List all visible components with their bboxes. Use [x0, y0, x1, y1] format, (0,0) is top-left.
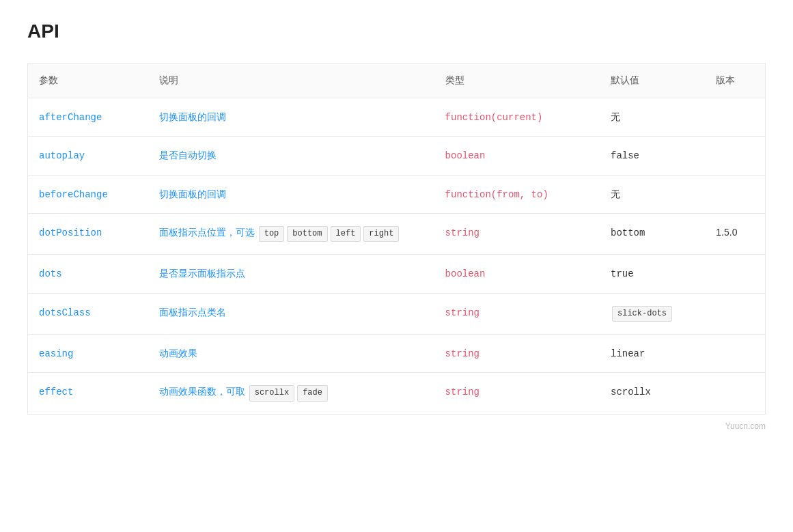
desc-tag: left [331, 226, 361, 242]
table-row: autoplay是否自动切换booleanfalse [28, 137, 766, 175]
header-version: 版本 [705, 64, 765, 98]
cell-param: effect [28, 373, 148, 414]
cell-version [705, 98, 765, 137]
cell-desc: 面板指示点类名 [148, 293, 434, 334]
cell-version [705, 255, 765, 293]
default-tag: slick-dots [612, 306, 672, 322]
table-row: easing动画效果stringlinear [28, 334, 766, 372]
type-text: string [445, 227, 479, 238]
cell-default: 无 [600, 175, 705, 213]
cell-type: string [434, 373, 600, 414]
cell-type: string [434, 293, 600, 334]
cell-param: dotsClass [28, 293, 148, 334]
desc-tag: right [363, 226, 399, 242]
cell-type: boolean [434, 255, 600, 293]
cell-desc: 动画效果 [148, 334, 434, 372]
table-row: beforeChange切换面板的回调function(from, to)无 [28, 175, 766, 213]
type-text: boolean [445, 268, 486, 279]
type-text: boolean [445, 150, 486, 161]
watermark: Yuucn.com [27, 421, 766, 431]
desc-text: 切换面板的回调 [159, 188, 226, 199]
table-header-row: 参数 说明 类型 默认值 版本 [28, 64, 766, 98]
cell-desc: 面板指示点位置，可选 topbottomleftright [148, 214, 434, 255]
cell-desc: 是否自动切换 [148, 137, 434, 175]
page-title: API [27, 20, 766, 42]
desc-tag: bottom [287, 226, 327, 242]
default-text: scrollx [611, 387, 651, 397]
table-row: dots是否显示面板指示点booleantrue [28, 255, 766, 293]
param-name: autoplay [39, 150, 85, 161]
cell-default: linear [600, 334, 705, 372]
default-text: true [611, 268, 634, 279]
table-row: afterChange切换面板的回调function(current)无 [28, 98, 766, 137]
cell-version [705, 137, 765, 175]
type-text: string [445, 387, 479, 397]
cell-type: function(current) [434, 98, 600, 137]
table-row: dotsClass面板指示点类名stringslick-dots [28, 293, 766, 334]
param-name: dots [39, 268, 62, 279]
desc-tag: fade [297, 385, 328, 401]
default-text: 无 [611, 112, 620, 123]
cell-type: boolean [434, 137, 600, 175]
default-text: bottom [611, 227, 645, 238]
cell-version: 1.5.0 [705, 214, 765, 255]
param-name: afterChange [39, 112, 102, 123]
cell-default: scrollx [600, 373, 705, 414]
api-table: 参数 说明 类型 默认值 版本 afterChange切换面板的回调functi… [27, 63, 766, 415]
cell-default: false [600, 137, 705, 175]
header-type: 类型 [434, 64, 600, 98]
desc-text: 动画效果 [159, 348, 197, 359]
cell-type: string [434, 334, 600, 372]
cell-param: beforeChange [28, 175, 148, 213]
table-row: effect动画效果函数，可取 scrollxfadestringscrollx [28, 373, 766, 414]
cell-param: dots [28, 255, 148, 293]
cell-desc: 动画效果函数，可取 scrollxfade [148, 373, 434, 414]
desc-tag: top [259, 226, 285, 242]
cell-param: autoplay [28, 137, 148, 175]
header-default: 默认值 [600, 64, 705, 98]
cell-desc: 切换面板的回调 [148, 98, 434, 137]
desc-prefix: 动画效果函数，可取 [159, 386, 248, 397]
param-name: effect [39, 387, 73, 397]
cell-default: 无 [600, 98, 705, 137]
default-text: 无 [611, 189, 620, 200]
type-text: string [445, 348, 479, 359]
type-text: function(from, to) [445, 189, 548, 200]
type-text: function(current) [445, 112, 543, 123]
cell-type: string [434, 214, 600, 255]
param-name: dotsClass [39, 307, 91, 318]
cell-param: afterChange [28, 98, 148, 137]
cell-version [705, 175, 765, 213]
table-row: dotPosition面板指示点位置，可选 topbottomleftright… [28, 214, 766, 255]
param-name: dotPosition [39, 227, 102, 238]
default-text: false [611, 150, 639, 161]
cell-default: slick-dots [600, 293, 705, 334]
cell-desc: 是否显示面板指示点 [148, 255, 434, 293]
cell-param: easing [28, 334, 148, 372]
cell-default: true [600, 255, 705, 293]
cell-version [705, 373, 765, 414]
desc-tag: scrollx [249, 385, 294, 401]
desc-text: 切换面板的回调 [159, 111, 226, 122]
header-desc: 说明 [148, 64, 434, 98]
header-param: 参数 [28, 64, 148, 98]
cell-type: function(from, to) [434, 175, 600, 213]
param-name: easing [39, 348, 73, 359]
desc-prefix: 面板指示点位置，可选 [159, 227, 258, 238]
param-name: beforeChange [39, 189, 108, 200]
cell-param: dotPosition [28, 214, 148, 255]
cell-desc: 切换面板的回调 [148, 175, 434, 213]
cell-version [705, 293, 765, 334]
desc-text: 面板指示点类名 [159, 307, 226, 318]
cell-default: bottom [600, 214, 705, 255]
desc-text: 是否显示面板指示点 [159, 268, 245, 279]
cell-version [705, 334, 765, 372]
type-text: string [445, 307, 479, 318]
default-text: linear [611, 348, 645, 359]
desc-text: 是否自动切换 [159, 150, 217, 160]
